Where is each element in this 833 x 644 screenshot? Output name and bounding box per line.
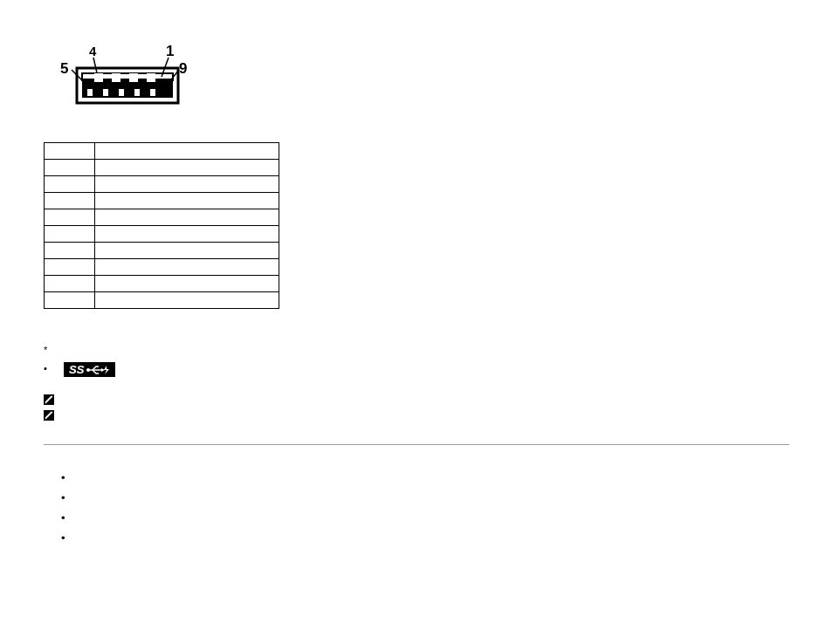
table-cell: [45, 292, 95, 309]
table-cell: [45, 226, 95, 243]
svg-text:4: 4: [89, 44, 97, 58]
svg-rect-15: [87, 89, 93, 96]
pin-signal-table: [44, 142, 279, 309]
bullet-icon: •: [61, 471, 66, 484]
svg-rect-17: [119, 89, 124, 96]
table-cell: [45, 193, 95, 209]
bullet-icon: •: [44, 363, 54, 373]
table-cell: [45, 259, 95, 276]
table-cell: [95, 193, 279, 209]
svg-rect-18: [134, 89, 140, 96]
feature-list: • • • •: [61, 471, 789, 545]
table-cell: [45, 176, 95, 193]
note-text: SS: [61, 362, 789, 377]
table-cell: [95, 226, 279, 243]
svg-rect-19: [150, 89, 155, 96]
pencil-icon: [44, 394, 54, 407]
table-cell: [45, 243, 95, 259]
svg-text:9: 9: [179, 60, 187, 77]
svg-rect-13: [129, 73, 138, 82]
table-cell: [95, 176, 279, 193]
section-divider: [44, 444, 789, 445]
table-cell: [95, 292, 279, 309]
table-cell: [45, 276, 95, 292]
bullet-icon: •: [61, 491, 66, 504]
svg-rect-14: [147, 73, 155, 82]
notes-block: * • SS: [44, 344, 789, 422]
table-cell: [95, 160, 279, 176]
table-cell: [45, 160, 95, 176]
svg-rect-11: [94, 73, 103, 82]
svg-rect-16: [103, 89, 108, 96]
svg-rect-12: [112, 73, 120, 82]
table-cell: [95, 243, 279, 259]
table-cell: [45, 209, 95, 226]
table-cell: [95, 209, 279, 226]
svg-text:5: 5: [60, 60, 68, 77]
bullet-icon: •: [61, 531, 66, 545]
asterisk-icon: *: [44, 345, 54, 355]
bullet-icon: •: [61, 511, 66, 524]
table-cell: [45, 143, 95, 160]
superspeed-usb-icon: SS: [64, 362, 115, 377]
table-cell: [95, 259, 279, 276]
usb-connector-diagram: 4 1 5 9: [52, 44, 789, 116]
svg-text:1: 1: [166, 44, 174, 59]
table-cell: [95, 276, 279, 292]
pencil-icon: [44, 410, 54, 422]
table-cell: [95, 143, 279, 160]
